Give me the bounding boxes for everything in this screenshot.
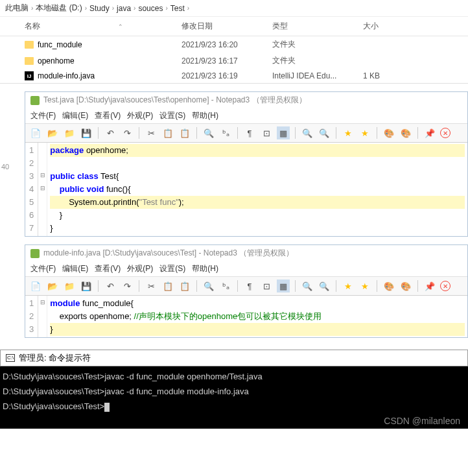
menu-help[interactable]: 帮助(H): [192, 110, 218, 121]
col-type[interactable]: 类型: [272, 21, 363, 32]
undo-icon[interactable]: ↶: [104, 126, 117, 139]
crumb[interactable]: java: [117, 4, 131, 13]
window-title-bar[interactable]: module-info.java [D:\Study\java\souces\T…: [25, 245, 467, 261]
file-row[interactable]: IJmodule-info.java 2021/9/23 16:19 Intel…: [0, 69, 468, 83]
col-date[interactable]: 修改日期: [181, 21, 272, 32]
file-list: 名称⌃ 修改日期 类型 大小 func_module 2021/9/23 16:…: [0, 17, 468, 83]
browse-icon[interactable]: 📁: [63, 126, 76, 139]
zoom-out-icon[interactable]: 🔍: [318, 280, 331, 292]
cmd-icon: C:\: [6, 354, 15, 362]
code-editor[interactable]: 123 ⊟ module func_module{ exports openho…: [25, 296, 467, 337]
zoom-out-icon[interactable]: 🔍: [318, 126, 331, 139]
code-content[interactable]: package openhome; public class Test{ pub…: [47, 143, 467, 236]
pin-icon[interactable]: 📌: [423, 126, 436, 139]
code-editor[interactable]: 1234567 ⊟⊟ package openhome; public clas…: [25, 143, 467, 236]
window-title-bar[interactable]: Test.java [D:\Study\java\souces\Test\ope…: [25, 92, 467, 108]
file-date: 2021/9/23 16:19: [181, 71, 272, 80]
menu-appearance[interactable]: 外观(P): [127, 110, 153, 121]
fold-minus-icon: ⊟: [38, 296, 47, 309]
favorite-icon[interactable]: ★: [342, 280, 355, 292]
find-icon[interactable]: 🔍: [202, 280, 215, 292]
crumb[interactable]: souces: [138, 4, 163, 13]
menu-file[interactable]: 文件(F): [30, 110, 56, 121]
window-title: module-info.java [D:\Study\java\souces\T…: [43, 248, 294, 259]
pin-icon[interactable]: 📌: [423, 280, 436, 292]
open-file-icon[interactable]: 📂: [46, 126, 59, 139]
menu-edit[interactable]: 编辑(E): [62, 263, 88, 274]
guides-icon[interactable]: ▦: [277, 280, 290, 292]
term-line: D:\Study\java\souces\Test>javac -d func_…: [3, 370, 465, 383]
undo-icon[interactable]: ↶: [104, 280, 117, 292]
save-icon[interactable]: 💾: [80, 126, 93, 139]
separator: [237, 280, 238, 292]
crumb[interactable]: 本地磁盘 (D:): [36, 3, 82, 14]
save-icon[interactable]: 💾: [80, 280, 93, 292]
menu-view[interactable]: 查看(V): [95, 110, 121, 121]
add-favorite-icon[interactable]: ★: [358, 126, 371, 139]
replace-icon[interactable]: ᵇₐ: [219, 126, 232, 139]
crumb[interactable]: Test: [170, 4, 185, 13]
copy-icon[interactable]: 📋: [161, 126, 174, 139]
show-symbols-icon[interactable]: ⊡: [260, 280, 273, 292]
menu-bar: 文件(F) 编辑(E) 查看(V) 外观(P) 设置(S) 帮助(H): [25, 108, 467, 124]
scheme-config-icon[interactable]: 🎨: [399, 126, 412, 139]
redo-icon[interactable]: ↷: [121, 126, 134, 139]
chevron-right-icon: ›: [165, 5, 167, 12]
window-title: Test.java [D:\Study\java\souces\Test\ope…: [43, 95, 307, 106]
code-content[interactable]: module func_module{ exports openhome; //…: [47, 296, 467, 337]
menu-help[interactable]: 帮助(H): [192, 263, 218, 274]
menu-appearance[interactable]: 外观(P): [127, 263, 153, 274]
paste-icon[interactable]: 📋: [178, 126, 191, 139]
menu-bar: 文件(F) 编辑(E) 查看(V) 外观(P) 设置(S) 帮助(H): [25, 261, 467, 277]
terminal-title-bar[interactable]: C:\ 管理员: 命令提示符: [0, 350, 468, 366]
term-line: D:\Study\java\souces\Test>: [3, 400, 465, 413]
menu-file[interactable]: 文件(F): [30, 263, 56, 274]
breadcrumb[interactable]: 此电脑› 本地磁盘 (D:)› Study› java› souces› Tes…: [0, 0, 468, 17]
zoom-in-icon[interactable]: 🔍: [301, 280, 314, 292]
favorite-icon[interactable]: ★: [342, 126, 355, 139]
crumb[interactable]: Study: [89, 4, 110, 13]
fold-column[interactable]: ⊟⊟: [38, 143, 47, 236]
wordwrap-icon[interactable]: ¶: [243, 126, 256, 139]
column-headers[interactable]: 名称⌃ 修改日期 类型 大小: [0, 17, 468, 36]
copy-icon[interactable]: 📋: [161, 280, 174, 292]
menu-edit[interactable]: 编辑(E): [62, 110, 88, 121]
paste-icon[interactable]: 📋: [178, 280, 191, 292]
col-size[interactable]: 大小: [363, 21, 415, 32]
wordwrap-icon[interactable]: ¶: [243, 280, 256, 292]
menu-view[interactable]: 查看(V): [95, 263, 121, 274]
fold-column[interactable]: ⊟: [38, 296, 47, 337]
scheme-icon[interactable]: 🎨: [382, 126, 395, 139]
separator: [336, 127, 336, 139]
chevron-right-icon: ›: [31, 5, 33, 12]
cut-icon[interactable]: ✂: [145, 280, 158, 292]
new-file-icon[interactable]: 📄: [29, 126, 42, 139]
file-size: 1 KB: [363, 71, 415, 80]
col-name: 名称⌃: [0, 21, 181, 32]
add-favorite-icon[interactable]: ★: [358, 280, 371, 292]
replace-icon[interactable]: ᵇₐ: [219, 280, 232, 292]
scheme-icon[interactable]: 🎨: [382, 280, 395, 292]
browse-icon[interactable]: 📁: [63, 280, 76, 292]
file-row[interactable]: openhome 2021/9/23 16:17 文件夹: [0, 53, 468, 69]
guides-icon[interactable]: ▦: [277, 126, 290, 139]
close-icon[interactable]: ✕: [440, 281, 450, 291]
show-symbols-icon[interactable]: ⊡: [260, 126, 273, 139]
scheme-config-icon[interactable]: 🎨: [399, 280, 412, 292]
menu-settings[interactable]: 设置(S): [159, 110, 185, 121]
open-file-icon[interactable]: 📂: [46, 280, 59, 292]
crumb[interactable]: 此电脑: [5, 3, 29, 14]
separator: [237, 127, 238, 139]
zoom-in-icon[interactable]: 🔍: [301, 126, 314, 139]
new-file-icon[interactable]: 📄: [29, 280, 42, 292]
line-marker: 40: [1, 163, 9, 171]
redo-icon[interactable]: ↷: [121, 280, 134, 292]
close-icon[interactable]: ✕: [440, 128, 450, 138]
separator: [295, 280, 296, 292]
cut-icon[interactable]: ✂: [145, 126, 158, 139]
menu-settings[interactable]: 设置(S): [159, 263, 185, 274]
file-row[interactable]: func_module 2021/9/23 16:20 文件夹: [0, 36, 468, 53]
find-icon[interactable]: 🔍: [202, 126, 215, 139]
file-type: 文件夹: [272, 39, 363, 50]
line-gutter: 1234567: [25, 143, 38, 236]
